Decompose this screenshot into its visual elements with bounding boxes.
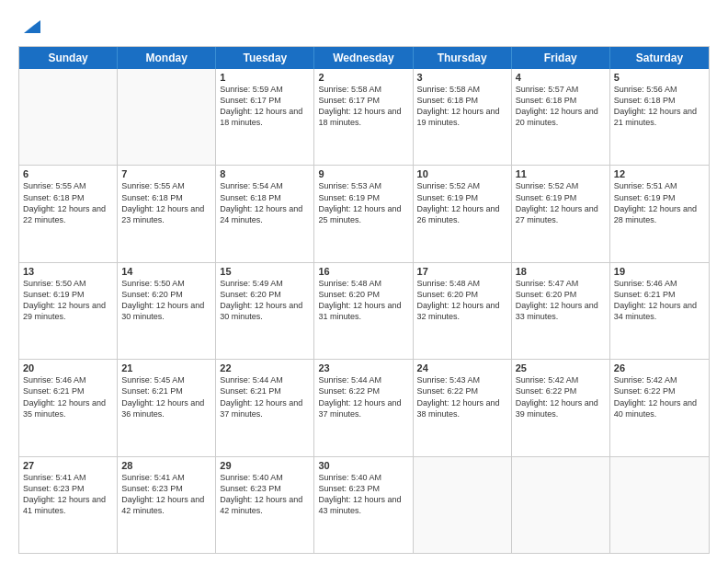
calendar-cell-3-5: 17Sunrise: 5:48 AM Sunset: 6:20 PM Dayli… — [414, 263, 512, 359]
calendar-cell-2-3: 8Sunrise: 5:54 AM Sunset: 6:18 PM Daylig… — [216, 166, 314, 261]
calendar-cell-4-7: 26Sunrise: 5:42 AM Sunset: 6:22 PM Dayli… — [610, 360, 709, 455]
header-saturday: Saturday — [610, 47, 709, 69]
day-info: Sunrise: 5:42 AM Sunset: 6:22 PM Dayligh… — [614, 374, 705, 419]
day-number: 4 — [516, 72, 606, 83]
day-number: 15 — [220, 266, 310, 277]
day-number: 26 — [614, 362, 705, 373]
day-info: Sunrise: 5:46 AM Sunset: 6:21 PM Dayligh… — [23, 374, 113, 419]
day-info: Sunrise: 5:40 AM Sunset: 6:23 PM Dayligh… — [318, 472, 408, 517]
day-info: Sunrise: 5:50 AM Sunset: 6:20 PM Dayligh… — [121, 278, 211, 323]
day-info: Sunrise: 5:54 AM Sunset: 6:18 PM Dayligh… — [220, 180, 310, 225]
day-number: 17 — [417, 266, 507, 277]
calendar-cell-3-4: 16Sunrise: 5:48 AM Sunset: 6:20 PM Dayli… — [314, 263, 413, 359]
day-info: Sunrise: 5:46 AM Sunset: 6:21 PM Dayligh… — [614, 278, 705, 323]
day-number: 16 — [318, 266, 408, 277]
day-info: Sunrise: 5:43 AM Sunset: 6:22 PM Dayligh… — [417, 374, 507, 419]
calendar-cell-1-7: 5Sunrise: 5:56 AM Sunset: 6:18 PM Daylig… — [610, 69, 709, 165]
day-info: Sunrise: 5:48 AM Sunset: 6:20 PM Dayligh… — [417, 278, 507, 323]
day-info: Sunrise: 5:41 AM Sunset: 6:23 PM Dayligh… — [121, 472, 211, 517]
calendar-cell-4-1: 20Sunrise: 5:46 AM Sunset: 6:21 PM Dayli… — [19, 360, 118, 455]
day-number: 27 — [23, 460, 113, 471]
day-number: 10 — [417, 168, 507, 179]
calendar-body: 1Sunrise: 5:59 AM Sunset: 6:17 PM Daylig… — [19, 69, 709, 553]
calendar-cell-5-2: 28Sunrise: 5:41 AM Sunset: 6:23 PM Dayli… — [118, 457, 216, 553]
day-number: 7 — [121, 168, 211, 179]
calendar-cell-3-6: 18Sunrise: 5:47 AM Sunset: 6:20 PM Dayli… — [512, 263, 610, 359]
logo — [18, 17, 40, 37]
calendar-cell-1-2 — [118, 69, 216, 165]
day-number: 23 — [318, 362, 408, 373]
calendar-cell-1-1 — [19, 69, 118, 165]
calendar-cell-3-3: 15Sunrise: 5:49 AM Sunset: 6:20 PM Dayli… — [216, 263, 314, 359]
day-info: Sunrise: 5:48 AM Sunset: 6:20 PM Dayligh… — [318, 278, 408, 323]
day-number: 21 — [121, 362, 211, 373]
day-number: 19 — [614, 266, 705, 277]
day-number: 25 — [516, 362, 606, 373]
calendar-cell-4-4: 23Sunrise: 5:44 AM Sunset: 6:22 PM Dayli… — [314, 360, 413, 455]
day-info: Sunrise: 5:44 AM Sunset: 6:22 PM Dayligh… — [318, 374, 408, 419]
day-info: Sunrise: 5:57 AM Sunset: 6:18 PM Dayligh… — [516, 84, 606, 129]
logo-icon — [20, 17, 40, 37]
day-info: Sunrise: 5:58 AM Sunset: 6:17 PM Dayligh… — [318, 84, 408, 129]
header — [18, 17, 710, 37]
day-info: Sunrise: 5:47 AM Sunset: 6:20 PM Dayligh… — [516, 278, 606, 323]
calendar-cell-3-1: 13Sunrise: 5:50 AM Sunset: 6:19 PM Dayli… — [19, 263, 118, 359]
calendar-cell-4-2: 21Sunrise: 5:45 AM Sunset: 6:21 PM Dayli… — [118, 360, 216, 455]
calendar-cell-3-7: 19Sunrise: 5:46 AM Sunset: 6:21 PM Dayli… — [610, 263, 709, 359]
calendar-cell-4-5: 24Sunrise: 5:43 AM Sunset: 6:22 PM Dayli… — [414, 360, 512, 455]
calendar-cell-5-1: 27Sunrise: 5:41 AM Sunset: 6:23 PM Dayli… — [19, 457, 118, 553]
day-number: 18 — [516, 266, 606, 277]
calendar-cell-5-4: 30Sunrise: 5:40 AM Sunset: 6:23 PM Dayli… — [314, 457, 413, 553]
day-info: Sunrise: 5:45 AM Sunset: 6:21 PM Dayligh… — [121, 374, 211, 419]
header-wednesday: Wednesday — [314, 47, 413, 69]
day-info: Sunrise: 5:49 AM Sunset: 6:20 PM Dayligh… — [220, 278, 310, 323]
header-tuesday: Tuesday — [216, 47, 314, 69]
calendar-header-row: Sunday Monday Tuesday Wednesday Thursday… — [19, 47, 709, 69]
calendar-cell-5-7 — [610, 457, 709, 553]
day-number: 22 — [220, 362, 310, 373]
calendar: Sunday Monday Tuesday Wednesday Thursday… — [18, 46, 710, 554]
day-info: Sunrise: 5:56 AM Sunset: 6:18 PM Dayligh… — [614, 84, 705, 129]
calendar-cell-2-4: 9Sunrise: 5:53 AM Sunset: 6:19 PM Daylig… — [314, 166, 413, 261]
calendar-cell-1-5: 3Sunrise: 5:58 AM Sunset: 6:18 PM Daylig… — [414, 69, 512, 165]
calendar-week-5: 27Sunrise: 5:41 AM Sunset: 6:23 PM Dayli… — [19, 457, 709, 553]
calendar-week-1: 1Sunrise: 5:59 AM Sunset: 6:17 PM Daylig… — [19, 69, 709, 166]
calendar-cell-3-2: 14Sunrise: 5:50 AM Sunset: 6:20 PM Dayli… — [118, 263, 216, 359]
day-number: 1 — [220, 72, 310, 83]
header-sunday: Sunday — [19, 47, 118, 69]
calendar-cell-2-2: 7Sunrise: 5:55 AM Sunset: 6:18 PM Daylig… — [118, 166, 216, 261]
day-number: 6 — [23, 168, 113, 179]
day-info: Sunrise: 5:42 AM Sunset: 6:22 PM Dayligh… — [516, 374, 606, 419]
day-number: 20 — [23, 362, 113, 373]
calendar-week-2: 6Sunrise: 5:55 AM Sunset: 6:18 PM Daylig… — [19, 166, 709, 262]
calendar-cell-1-3: 1Sunrise: 5:59 AM Sunset: 6:17 PM Daylig… — [216, 69, 314, 165]
day-info: Sunrise: 5:51 AM Sunset: 6:19 PM Dayligh… — [614, 180, 705, 225]
day-info: Sunrise: 5:52 AM Sunset: 6:19 PM Dayligh… — [516, 180, 606, 225]
day-info: Sunrise: 5:55 AM Sunset: 6:18 PM Dayligh… — [121, 180, 211, 225]
calendar-cell-2-1: 6Sunrise: 5:55 AM Sunset: 6:18 PM Daylig… — [19, 166, 118, 261]
calendar-cell-4-3: 22Sunrise: 5:44 AM Sunset: 6:21 PM Dayli… — [216, 360, 314, 455]
day-info: Sunrise: 5:50 AM Sunset: 6:19 PM Dayligh… — [23, 278, 113, 323]
day-number: 14 — [121, 266, 211, 277]
day-number: 29 — [220, 460, 310, 471]
calendar-cell-1-4: 2Sunrise: 5:58 AM Sunset: 6:17 PM Daylig… — [314, 69, 413, 165]
day-info: Sunrise: 5:55 AM Sunset: 6:18 PM Dayligh… — [23, 180, 113, 225]
day-info: Sunrise: 5:58 AM Sunset: 6:18 PM Dayligh… — [417, 84, 507, 129]
day-number: 24 — [417, 362, 507, 373]
calendar-cell-5-6 — [512, 457, 610, 553]
calendar-cell-1-6: 4Sunrise: 5:57 AM Sunset: 6:18 PM Daylig… — [512, 69, 610, 165]
day-number: 3 — [417, 72, 507, 83]
calendar-cell-5-5 — [414, 457, 512, 553]
day-number: 11 — [516, 168, 606, 179]
header-friday: Friday — [512, 47, 610, 69]
day-info: Sunrise: 5:53 AM Sunset: 6:19 PM Dayligh… — [318, 180, 408, 225]
calendar-cell-2-5: 10Sunrise: 5:52 AM Sunset: 6:19 PM Dayli… — [414, 166, 512, 261]
calendar-cell-5-3: 29Sunrise: 5:40 AM Sunset: 6:23 PM Dayli… — [216, 457, 314, 553]
calendar-week-4: 20Sunrise: 5:46 AM Sunset: 6:21 PM Dayli… — [19, 360, 709, 456]
day-info: Sunrise: 5:41 AM Sunset: 6:23 PM Dayligh… — [23, 472, 113, 517]
page: Sunday Monday Tuesday Wednesday Thursday… — [0, 0, 728, 563]
calendar-cell-4-6: 25Sunrise: 5:42 AM Sunset: 6:22 PM Dayli… — [512, 360, 610, 455]
day-number: 9 — [318, 168, 408, 179]
day-number: 28 — [121, 460, 211, 471]
calendar-cell-2-6: 11Sunrise: 5:52 AM Sunset: 6:19 PM Dayli… — [512, 166, 610, 261]
